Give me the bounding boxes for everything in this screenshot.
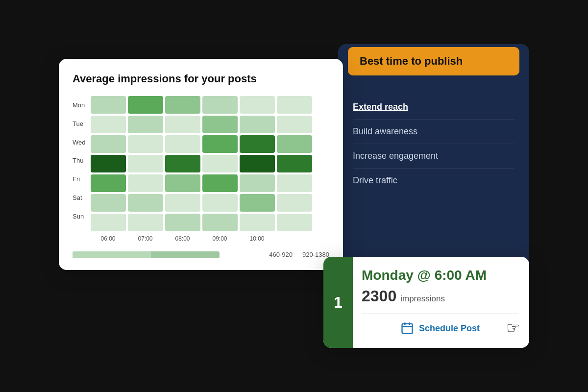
heatmap-cell	[277, 214, 312, 231]
time-labels: 06:0007:0008:0009:0010:00	[91, 235, 330, 242]
calendar-icon	[400, 321, 414, 335]
result-content: Monday @ 6:00 AM 2300 impressions Schedu…	[353, 257, 529, 348]
heatmap-cell	[91, 214, 126, 231]
heatmap-cell	[277, 155, 312, 172]
heatmap-cell	[91, 194, 126, 212]
heatmap-cell	[165, 116, 200, 133]
time-label: 07:00	[128, 235, 163, 242]
day-label: Tue	[73, 115, 86, 133]
heatmap-title: Average impressions for your posts	[73, 73, 329, 85]
day-label: Sun	[73, 207, 86, 225]
heatmap-cell	[202, 96, 238, 114]
heatmap-cell	[165, 194, 200, 212]
day-label: Fri	[73, 171, 86, 188]
panel-item[interactable]: Build awareness	[353, 120, 514, 144]
result-impressions-num: 2300	[362, 287, 396, 305]
grid-area: 06:0007:0008:0009:0010:00	[91, 96, 330, 242]
day-label: Thu	[73, 152, 86, 170]
grid-row	[91, 174, 330, 192]
heatmap-cell	[165, 96, 200, 114]
grid-row	[91, 194, 330, 212]
schedule-btn-row[interactable]: Schedule Post	[362, 314, 518, 339]
heatmap-cell	[240, 155, 275, 172]
day-label: Wed	[73, 133, 86, 151]
heatmap-cell	[91, 96, 126, 114]
orange-header: Best time to publish	[348, 47, 519, 75]
result-impressions-label: impressions	[400, 294, 445, 304]
heatmap-cell	[128, 116, 163, 133]
heatmap-cell	[202, 174, 238, 192]
grid-row	[91, 116, 330, 133]
heatmap-cell	[128, 194, 163, 212]
time-label: 06:00	[91, 235, 126, 242]
grid-row	[91, 96, 330, 114]
grid-row	[91, 155, 330, 172]
heatmap-cell	[165, 214, 200, 231]
time-label: 08:00	[165, 235, 200, 242]
heatmap-cell	[91, 174, 126, 192]
result-rank: 1	[334, 294, 343, 312]
heatmap-cell	[240, 214, 275, 231]
legend-range1: 460-920	[269, 251, 293, 258]
day-label: Mon	[73, 97, 86, 114]
heatmap-cell	[128, 174, 163, 192]
cursor: ☞	[506, 318, 520, 337]
heatmap-cell	[202, 135, 238, 153]
heatmap-cell	[277, 96, 312, 114]
panel-header: Best time to publish	[360, 55, 463, 67]
heatmap-cell	[277, 194, 312, 212]
heatmap-cell	[165, 155, 200, 172]
heatmap-cell	[240, 135, 275, 153]
heatmap-cell	[240, 174, 275, 192]
heatmap-cell	[91, 135, 126, 153]
heatmap-cell	[128, 155, 163, 172]
time-label: 09:00	[202, 235, 238, 242]
time-label: 10:00	[240, 235, 275, 242]
schedule-btn-text[interactable]: Schedule Post	[419, 323, 480, 334]
result-card: 1 Monday @ 6:00 AM 2300 impressions Sche…	[323, 257, 529, 348]
result-rank-bar: 1	[323, 257, 353, 348]
heatmap-cell	[277, 174, 312, 192]
panel-item[interactable]: Increase engagement	[353, 144, 514, 169]
heatmap-cell	[128, 214, 163, 231]
heatmap-cell	[165, 174, 200, 192]
legend-bar-light	[73, 251, 151, 258]
heatmap-cell	[202, 155, 238, 172]
day-label: Sat	[73, 189, 86, 206]
grid-row	[91, 135, 330, 153]
dark-panel: Best time to publish Extend reachBuild a…	[338, 44, 529, 279]
result-day-time: Monday @ 6:00 AM	[362, 268, 518, 283]
heatmap-cell	[240, 116, 275, 133]
heatmap-cell	[91, 155, 126, 172]
heatmap-cell	[277, 135, 312, 153]
day-labels: MonTueWedThuFriSatSun	[73, 96, 86, 242]
grid-row	[91, 214, 330, 231]
heatmap-cell	[202, 214, 238, 231]
result-impressions-row: 2300 impressions	[362, 287, 518, 314]
heatmap-cell	[240, 194, 275, 212]
panel-item[interactable]: Drive traffic	[353, 169, 514, 193]
legend-bar-dark	[151, 251, 220, 258]
grid-rows	[91, 96, 330, 231]
heatmap-cell	[240, 96, 275, 114]
heatmap-cell	[202, 194, 238, 212]
legend-bar	[73, 251, 259, 258]
heatmap-cell	[165, 135, 200, 153]
panel-item[interactable]: Extend reach	[353, 95, 514, 120]
heatmap-card: Average impressions for your posts MonTu…	[59, 59, 343, 270]
heatmap-cell	[277, 116, 312, 133]
heatmap-cell	[91, 116, 126, 133]
panel-items: Extend reachBuild awarenessIncrease enga…	[338, 66, 529, 207]
heatmap-cell	[128, 96, 163, 114]
svg-rect-0	[402, 324, 412, 334]
heatmap-cell	[202, 116, 238, 133]
heatmap-cell	[128, 135, 163, 153]
legend: 460-920 920-1380	[73, 251, 329, 258]
